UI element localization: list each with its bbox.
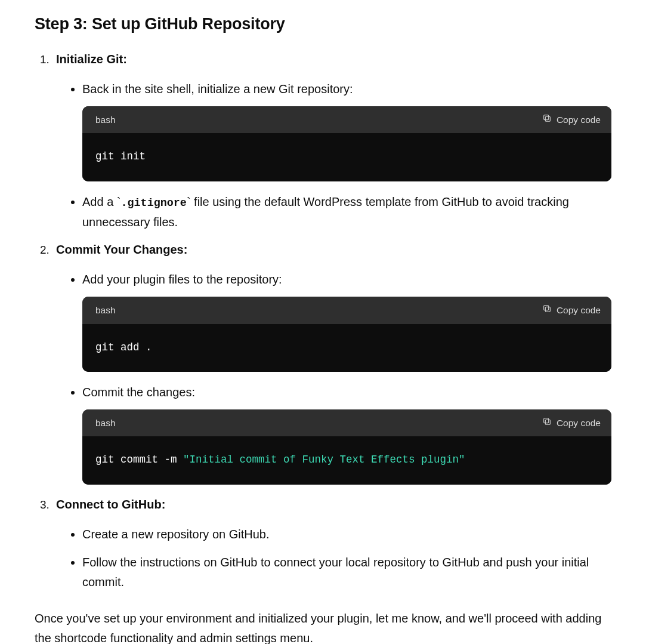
substep-text: Create a new repository on GitHub. — [82, 528, 270, 541]
svg-rect-3 — [544, 306, 549, 310]
step-list: Initialize Git: Back in the site shell, … — [35, 50, 611, 592]
code-block: bash Copy code git commit -m "Initial co… — [82, 409, 611, 485]
code-content: git init — [82, 133, 611, 181]
substep-item: Commit the changes: bash Copy code git c… — [82, 383, 611, 485]
substep-item: Add a `.gitignore` file using the defaul… — [82, 192, 611, 232]
code-content: git commit -m "Initial commit of Funky T… — [82, 436, 611, 484]
code-block: bash Copy code git add . — [82, 297, 611, 372]
step-item: Connect to GitHub: Create a new reposito… — [52, 495, 611, 592]
svg-rect-5 — [544, 418, 549, 423]
substep-text-pre: Add a — [82, 195, 117, 208]
code-language-label: bash — [95, 112, 116, 128]
svg-rect-2 — [545, 307, 550, 312]
substep-text: Commit the changes: — [82, 386, 195, 399]
closing-paragraph: Once you've set up your environment and … — [35, 609, 611, 644]
step-item: Commit Your Changes: Add your plugin fil… — [52, 241, 611, 485]
copy-code-label: Copy code — [557, 303, 601, 318]
substep-list: Add your plugin files to the repository:… — [56, 270, 611, 485]
step-title: Initialize Git: — [56, 53, 127, 66]
substep-text: Back in the site shell, initialize a new… — [82, 82, 353, 95]
substep-item: Follow the instructions on GitHub to con… — [82, 553, 611, 592]
step-item: Initialize Git: Back in the site shell, … — [52, 50, 611, 232]
substep-item: Add your plugin files to the repository:… — [82, 270, 611, 372]
svg-rect-1 — [544, 115, 549, 120]
step-title: Connect to GitHub: — [56, 498, 165, 511]
code-header: bash Copy code — [82, 297, 611, 324]
substep-item: Create a new repository on GitHub. — [82, 525, 611, 544]
copy-code-button[interactable]: Copy code — [542, 112, 601, 128]
svg-rect-4 — [545, 420, 550, 424]
substep-item: Back in the site shell, initialize a new… — [82, 79, 611, 181]
copy-icon — [542, 303, 552, 318]
svg-rect-0 — [545, 116, 550, 121]
substep-list: Back in the site shell, initialize a new… — [56, 79, 611, 232]
copy-code-button[interactable]: Copy code — [542, 303, 601, 318]
step-title: Commit Your Changes: — [56, 243, 187, 256]
code-header: bash Copy code — [82, 106, 611, 134]
substep-list: Create a new repository on GitHub. Follo… — [56, 525, 611, 592]
code-header: bash Copy code — [82, 409, 611, 437]
copy-icon — [542, 112, 552, 128]
copy-code-button[interactable]: Copy code — [542, 415, 601, 431]
copy-code-label: Copy code — [557, 112, 601, 128]
inline-code: .gitignore — [121, 197, 187, 209]
copy-icon — [542, 415, 552, 431]
code-language-label: bash — [95, 303, 116, 318]
copy-code-label: Copy code — [557, 415, 601, 431]
code-content: git add . — [82, 324, 611, 372]
substep-text: Add your plugin files to the repository: — [82, 273, 282, 286]
section-heading: Step 3: Set up GitHub Repository — [35, 12, 611, 37]
substep-text: Follow the instructions on GitHub to con… — [82, 556, 589, 588]
code-block: bash Copy code git init — [82, 106, 611, 181]
code-language-label: bash — [95, 415, 116, 431]
